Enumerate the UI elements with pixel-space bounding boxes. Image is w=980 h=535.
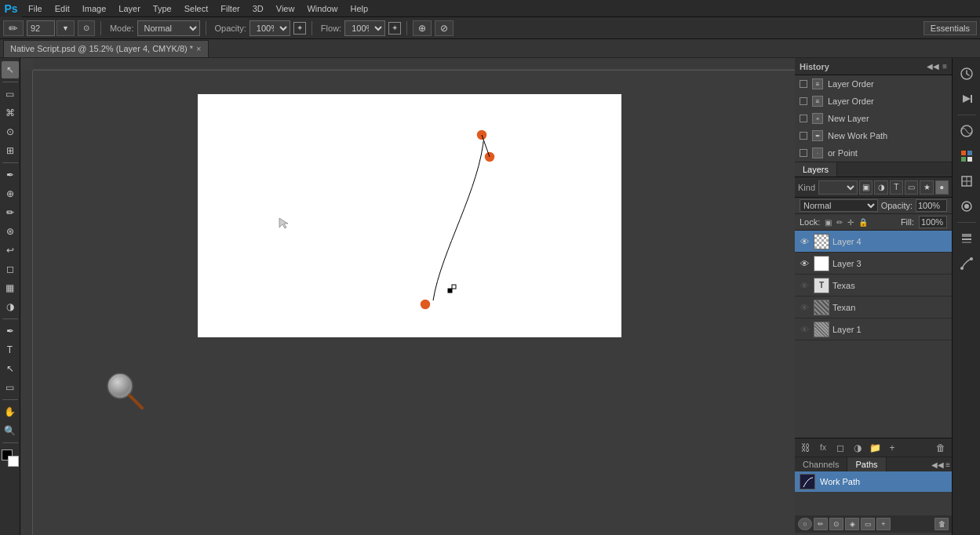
stamp-tool[interactable]: ⊛: [2, 223, 19, 240]
gradient-tool[interactable]: ▦: [2, 279, 19, 297]
kind-dropdown[interactable]: [818, 180, 858, 195]
layer-filter-toggle[interactable]: ●: [935, 180, 949, 195]
tab-channels[interactable]: Channels: [795, 457, 847, 471]
lock-all-btn[interactable]: 🔒: [858, 218, 868, 227]
opacity-dropdown[interactable]: 100%: [250, 20, 290, 36]
layer-row-texan[interactable]: 👁 Texan: [795, 297, 952, 318]
brush-options-btn[interactable]: ⊙: [78, 20, 95, 36]
layer-row-texas[interactable]: 👁 T Texas: [795, 275, 952, 297]
layer-filter-pixel[interactable]: ▣: [859, 180, 873, 195]
layer-fx-btn[interactable]: fx: [815, 441, 831, 455]
history-item[interactable]: ≡ Layer Order: [795, 93, 952, 110]
mini-paths-icon[interactable]: [956, 253, 978, 275]
history-collapse-btn[interactable]: ◀◀: [927, 62, 939, 71]
mini-swatches-icon[interactable]: [956, 145, 978, 167]
texas-visibility[interactable]: 👁: [798, 279, 811, 292]
layer-filter-smart[interactable]: ★: [920, 180, 933, 195]
essentials-button[interactable]: Essentials: [924, 21, 977, 35]
menu-help[interactable]: Help: [344, 0, 375, 17]
mini-color-icon[interactable]: [956, 120, 978, 142]
lock-transparent-btn[interactable]: ▣: [825, 218, 832, 227]
flow-toggle[interactable]: ✦: [388, 22, 401, 35]
mini-history-icon[interactable]: [956, 63, 978, 85]
menu-edit[interactable]: Edit: [49, 0, 76, 17]
lock-position-btn[interactable]: ✛: [847, 218, 854, 227]
path-fill-btn[interactable]: ○: [798, 518, 812, 530]
quick-select-tool[interactable]: ⊙: [2, 123, 19, 140]
document-tab[interactable]: Native Script.psd @ 15.2% (Layer 4, CMYK…: [3, 40, 209, 57]
opacity-value-input[interactable]: [916, 199, 947, 212]
layer-row-1[interactable]: 👁 Layer 1: [795, 318, 952, 340]
menu-type[interactable]: Type: [147, 0, 178, 17]
path-mask-btn[interactable]: ◈: [845, 518, 859, 530]
menu-select[interactable]: Select: [178, 0, 215, 17]
tab-close-btn[interactable]: ×: [196, 44, 201, 53]
mini-channels-icon[interactable]: [956, 227, 978, 249]
layer-row-3[interactable]: 👁 Layer 3: [795, 253, 952, 275]
layer-filter-shape[interactable]: ▭: [905, 180, 918, 195]
lock-pixels-btn[interactable]: ✏: [836, 218, 843, 227]
new-layer-btn[interactable]: +: [884, 441, 900, 455]
delete-path-btn[interactable]: 🗑: [934, 518, 949, 530]
menu-layer[interactable]: Layer: [112, 0, 147, 17]
layer-filter-type[interactable]: T: [890, 180, 903, 195]
color-swatch[interactable]: [2, 449, 19, 467]
mini-actions-icon[interactable]: [956, 88, 978, 110]
fill-value-input[interactable]: [919, 216, 947, 228]
path-shape-btn[interactable]: ▭: [861, 518, 875, 530]
heal-tool[interactable]: ⊕: [2, 185, 19, 202]
menu-filter[interactable]: Filter: [214, 0, 246, 17]
path-selection-btn[interactable]: ⊙: [829, 518, 843, 530]
layer-3-visibility[interactable]: 👁: [798, 257, 811, 270]
path-stroke-btn[interactable]: ✏: [814, 518, 828, 530]
eraser-tool[interactable]: ◻: [2, 260, 19, 278]
brush-tool[interactable]: ✏: [2, 204, 19, 221]
layer-mask-btn[interactable]: ◻: [832, 441, 848, 455]
path-select-tool[interactable]: ↖: [2, 360, 19, 377]
work-path-row[interactable]: Work Path: [795, 471, 952, 492]
history-menu-btn[interactable]: ≡: [942, 62, 947, 71]
menu-view[interactable]: View: [270, 0, 301, 17]
texan-visibility[interactable]: 👁: [798, 301, 811, 314]
history-item[interactable]: ✒ New Work Path: [795, 127, 952, 144]
zoom-tool[interactable]: 🔍: [2, 422, 19, 439]
history-item[interactable]: + New Layer: [795, 110, 952, 127]
layer-row-4[interactable]: 👁 Layer 4: [795, 231, 952, 253]
layer-folder-btn[interactable]: 📁: [867, 441, 883, 455]
type-tool[interactable]: T: [2, 341, 19, 358]
menu-image[interactable]: Image: [76, 0, 113, 17]
move-tool[interactable]: ↖: [2, 61, 19, 78]
blend-mode-dropdown[interactable]: Normal: [800, 199, 878, 212]
rectangle-select-tool[interactable]: ▭: [2, 86, 19, 103]
layer-adjustment-btn[interactable]: ◑: [850, 441, 865, 455]
menu-3d[interactable]: 3D: [246, 0, 270, 17]
crop-tool[interactable]: ⊞: [2, 142, 19, 159]
layer-1-visibility[interactable]: 👁: [798, 323, 811, 336]
smoothing-btn[interactable]: ⊘: [435, 20, 454, 36]
layer-filter-adjust[interactable]: ◑: [874, 180, 887, 195]
airbrush-btn[interactable]: ⊕: [413, 20, 432, 36]
link-layers-btn[interactable]: ⛓: [798, 441, 814, 455]
tab-layers[interactable]: Layers: [795, 162, 837, 177]
dodge-tool[interactable]: ◑: [2, 298, 19, 315]
background-color[interactable]: [8, 456, 19, 467]
menu-window[interactable]: Window: [301, 0, 344, 17]
brush-picker-btn[interactable]: ▼: [56, 20, 75, 36]
flow-dropdown[interactable]: 100%: [344, 20, 385, 36]
shape-tool[interactable]: ▭: [2, 379, 19, 396]
brush-tool-btn[interactable]: ✏: [3, 20, 24, 36]
tab-paths[interactable]: Paths: [847, 457, 886, 471]
history-item[interactable]: ≡ Layer Order: [795, 75, 952, 93]
pen-tool[interactable]: ✒: [2, 322, 19, 340]
mini-adjustments-icon[interactable]: [956, 170, 978, 192]
brush-size-input[interactable]: [27, 20, 55, 36]
opacity-toggle[interactable]: ✦: [293, 22, 306, 35]
delete-layer-btn[interactable]: 🗑: [933, 441, 949, 455]
history-item[interactable]: · or Point: [795, 144, 952, 162]
mini-styles-icon[interactable]: [956, 195, 978, 217]
lasso-tool[interactable]: ⌘: [2, 104, 19, 122]
ch-expand-btn[interactable]: ◀◀: [931, 460, 944, 469]
hand-tool[interactable]: ✋: [2, 403, 19, 420]
menu-file[interactable]: File: [22, 0, 49, 17]
layer-4-visibility[interactable]: 👁: [798, 235, 811, 248]
